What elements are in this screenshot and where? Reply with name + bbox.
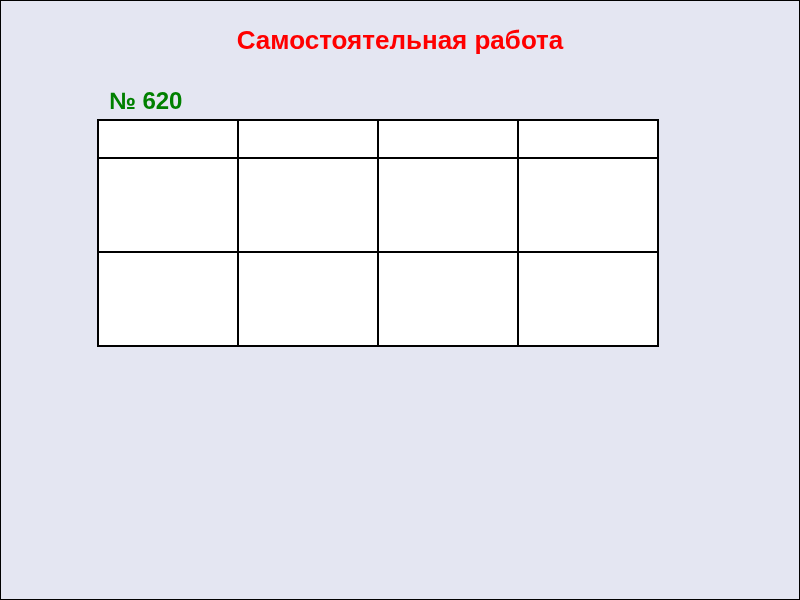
table-header-cell: [238, 120, 378, 158]
table-header-cell: [378, 120, 518, 158]
table-header-row: [98, 120, 658, 158]
task-number: № 620: [109, 87, 182, 115]
table-cell: [378, 252, 518, 346]
table-cell: [378, 158, 518, 252]
table-cell: [518, 158, 658, 252]
table-cell: [238, 158, 378, 252]
table-row: [98, 252, 658, 346]
table-cell: [98, 252, 238, 346]
page-title: Самостоятельная работа: [1, 25, 799, 56]
table-header-cell: [518, 120, 658, 158]
table-cell: [518, 252, 658, 346]
table-cell: [98, 158, 238, 252]
work-table: [97, 119, 659, 347]
table-row: [98, 158, 658, 252]
table-cell: [238, 252, 378, 346]
table-header-cell: [98, 120, 238, 158]
